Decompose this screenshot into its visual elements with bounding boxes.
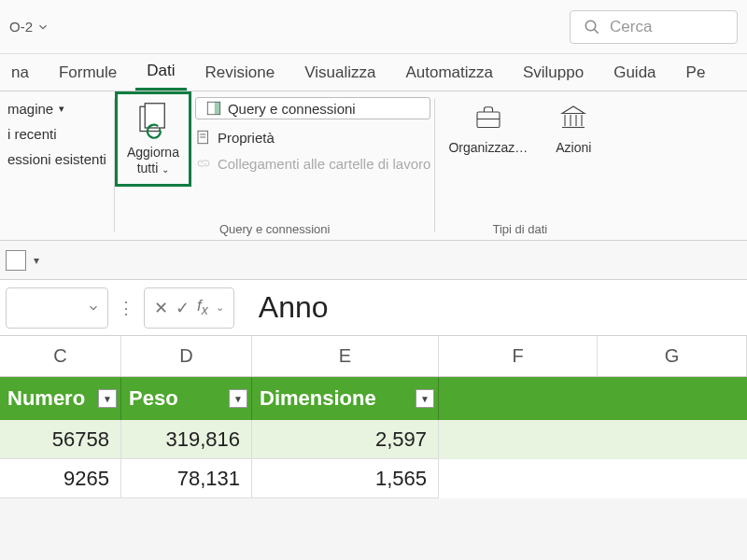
separator-dots: ⋮ — [116, 298, 136, 318]
filter-dropdown-icon[interactable]: ▼ — [416, 389, 434, 408]
confirm-button[interactable]: ✓ — [176, 298, 190, 318]
refresh-all-button[interactable]: Aggiorna tutti ⌄ — [115, 91, 191, 187]
tab-partial-left[interactable]: na — [0, 56, 40, 90]
cell[interactable]: 9265 — [0, 459, 121, 498]
cell[interactable]: 56758 — [0, 420, 121, 459]
types-group-label: Tipi di dati — [492, 217, 547, 236]
briefcase-icon — [472, 101, 505, 134]
col-header-d[interactable]: D — [121, 336, 252, 376]
tab-revisione[interactable]: Revisione — [194, 56, 287, 90]
refresh-icon — [134, 102, 173, 141]
tab-dati[interactable]: Dati — [135, 54, 186, 91]
tab-automatizza[interactable]: Automatizza — [394, 56, 504, 90]
refresh-label-1: Aggiorna — [127, 145, 179, 161]
col-header-c[interactable]: C — [0, 336, 121, 376]
filter-dropdown-icon[interactable]: ▼ — [98, 389, 117, 408]
qat-button[interactable] — [6, 250, 26, 271]
col-header-e[interactable]: E — [252, 336, 439, 376]
bank-icon — [557, 101, 590, 134]
header-peso[interactable]: Peso ▼ — [121, 377, 252, 420]
col-header-f[interactable]: F — [439, 336, 598, 376]
chevron-down-icon — [87, 301, 100, 315]
link-icon — [195, 155, 212, 172]
tab-sviluppo[interactable]: Sviluppo — [512, 56, 595, 90]
recent-sources-item[interactable]: i recenti — [7, 126, 57, 142]
get-data-group: magine▾ i recenti essioni esistenti — [0, 91, 114, 240]
chevron-down-icon — [36, 21, 49, 34]
header-dimensione[interactable]: Dimensione ▼ — [252, 377, 439, 420]
search-box[interactable]: Cerca — [570, 10, 738, 44]
titlebar: O-2 Cerca — [0, 0, 747, 54]
tab-partial-right[interactable]: Pe — [675, 56, 717, 90]
cell[interactable]: 78,131 — [121, 459, 252, 498]
from-image-item[interactable]: magine▾ — [7, 101, 64, 117]
name-box[interactable] — [6, 287, 108, 329]
existing-connections-item[interactable]: essioni esistenti — [7, 151, 106, 167]
document-name[interactable]: O-2 — [9, 19, 49, 35]
queries-connections-button[interactable]: Query e connessioni — [195, 97, 430, 119]
tab-formule[interactable]: Formule — [48, 56, 128, 90]
col-header-g[interactable]: G — [598, 336, 747, 376]
organization-type-button[interactable]: Organizzaz… — [448, 101, 528, 155]
tab-visualizza[interactable]: Visualizza — [293, 56, 387, 90]
svg-rect-4 — [215, 102, 220, 115]
column-headers: C D E F G — [0, 336, 747, 377]
cell[interactable]: 1,565 — [252, 459, 439, 498]
table-row: 9265 78,131 1,565 — [0, 459, 747, 498]
properties-button[interactable]: Proprietà — [195, 129, 430, 146]
fx-button[interactable]: fx — [197, 297, 208, 317]
cell[interactable]: 319,816 — [121, 420, 252, 459]
table-header-row: Numero ▼ Peso ▼ Dimensione ▼ — [0, 377, 747, 420]
query-group-label: Query e connessioni — [219, 217, 331, 236]
stocks-type-button[interactable]: Azioni — [556, 101, 591, 155]
formula-bar: ⋮ ✕ ✓ fx ⌄ Anno — [0, 280, 747, 336]
search-icon — [584, 19, 600, 35]
quick-access-bar: ▾ — [0, 241, 747, 280]
workbook-links-button: Collegamenti alle cartelle di lavoro — [195, 155, 430, 172]
refresh-label-2: tutti — [137, 161, 159, 175]
data-types-group: Organizzaz… Azioni — [435, 91, 604, 155]
queries-group: Query e connessioni Proprietà Collegamen… — [191, 91, 434, 187]
filter-dropdown-icon[interactable]: ▼ — [229, 389, 247, 408]
svg-rect-8 — [477, 112, 500, 128]
svg-point-0 — [585, 21, 596, 31]
properties-icon — [195, 129, 212, 146]
search-placeholder: Cerca — [610, 18, 652, 36]
formula-controls: ✕ ✓ fx ⌄ — [144, 287, 234, 329]
formula-input[interactable]: Anno — [242, 290, 329, 325]
chevron-down-icon: ▾ — [59, 103, 64, 115]
qat-dropdown[interactable]: ▾ — [34, 254, 39, 267]
table-row: 56758 319,816 2,597 — [0, 420, 747, 459]
chevron-down-icon: ⌄ — [162, 164, 169, 175]
cell[interactable]: 2,597 — [252, 420, 439, 459]
ribbon: magine▾ i recenti essioni esistenti Aggi… — [0, 91, 747, 241]
doc-name-text: O-2 — [9, 19, 33, 35]
ribbon-tabs: na Formule Dati Revisione Visualizza Aut… — [0, 54, 747, 91]
chevron-down-icon[interactable]: ⌄ — [216, 301, 224, 314]
spreadsheet: C D E F G Numero ▼ Peso ▼ Dimensione ▼ 5… — [0, 336, 747, 498]
tab-guida[interactable]: Guida — [602, 56, 667, 90]
pane-icon — [205, 100, 222, 117]
header-numero[interactable]: Numero ▼ — [0, 377, 121, 420]
cancel-button[interactable]: ✕ — [154, 298, 168, 318]
